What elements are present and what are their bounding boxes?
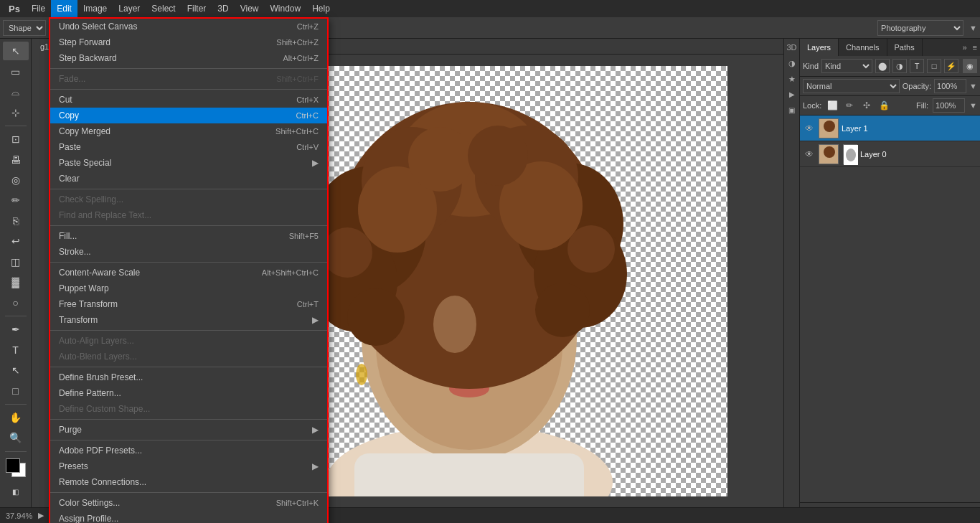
kind-label: Kind [803,62,819,70]
menu-image[interactable]: Image [77,0,113,17]
eyedropper-tool[interactable]: 🖶 [3,150,29,169]
filter-shape-btn[interactable]: □ [927,59,941,73]
menu-undo[interactable]: Undo Select Canvas Ctrl+Z [50,19,327,34]
filter-toggle-btn[interactable]: ◉ [963,59,977,73]
layers-panel: Layers Channels Paths » ≡ Kind Kind ⬤ ◑ … [799,39,980,523]
shape-select[interactable]: Shape [3,20,46,36]
workspace-menu-icon[interactable]: ▼ [969,24,977,32]
left-toolbar: ↖ ▭ ⌓ ⊹ ⊡ 🖶 ◎ ✏ ⎘ ↩ ◫ ▓ ○ ✒ T ↖ □ ✋ 🔍 ◧ … [0,39,32,523]
menu-sep-9 [50,440,327,440]
menu-remote-connections[interactable]: Remote Connections... [50,474,327,490]
tab-paths[interactable]: Paths [887,39,923,56]
filter-type-btn[interactable]: T [910,59,924,73]
menu-assign-profile[interactable]: Assign Profile... [50,511,327,523]
menu-step-forward[interactable]: Step Forward Shift+Ctrl+Z [50,34,327,50]
menu-stroke[interactable]: Stroke... [50,244,327,260]
lock-position-icon[interactable]: ✣ [860,99,873,112]
menu-file[interactable]: File [26,0,51,17]
menu-copy[interactable]: Copy Ctrl+C [50,108,327,123]
shape-tool[interactable]: □ [3,381,29,400]
opacity-input[interactable] [934,79,966,93]
actions-panel-icon[interactable]: ▣ [786,106,798,118]
lock-all-icon[interactable]: 🔒 [877,99,890,112]
3d-panel-icon[interactable]: 3D [786,43,798,55]
menu-window[interactable]: Window [265,0,307,17]
menu-layer[interactable]: Layer [113,0,146,17]
menu-copy-merged[interactable]: Copy Merged Shift+Ctrl+C [50,123,327,139]
layer-kind-select[interactable]: Kind [821,59,872,73]
menu-edit[interactable]: Edit [51,0,77,17]
menu-filter[interactable]: Filter [182,0,212,17]
path-select-tool[interactable]: ↖ [3,361,29,380]
menu-step-backward[interactable]: Step Backward Alt+Ctrl+Z [50,50,327,66]
filter-pixel-btn[interactable]: ⬤ [875,59,890,73]
magic-wand-tool[interactable]: ⊹ [3,103,29,121]
menu-fill[interactable]: Fill... Shift+F5 [50,228,327,244]
marquee-tool[interactable]: ▭ [3,62,29,80]
panel-collapse-icon[interactable]: » [959,43,969,52]
menu-transform[interactable]: Transform ▶ [50,312,327,328]
history-brush-tool[interactable]: ↩ [3,232,29,250]
type-tool[interactable]: T [3,340,29,359]
lock-row: Lock: ⬜ ✏ ✣ 🔒 Fill: ▼ [800,96,980,116]
layer-1-visibility-icon[interactable]: 👁 [803,122,816,135]
adjustments-panel-icon[interactable]: ◑ [786,59,798,70]
menu-clear[interactable]: Clear [50,171,327,187]
spot-heal-tool[interactable]: ◎ [3,171,29,189]
menu-free-transform[interactable]: Free Transform Ctrl+T [50,296,327,312]
menu-color-settings[interactable]: Color Settings... Shift+Ctrl+K [50,495,327,511]
blend-mode-select[interactable]: Normal [803,79,900,93]
dodge-tool[interactable]: ○ [3,293,29,312]
menu-purge[interactable]: Purge ▶ [50,422,327,438]
layer-item-0[interactable]: 👁 Layer 0 [800,141,980,167]
menu-puppet-warp[interactable]: Puppet Warp [50,281,327,296]
lasso-tool[interactable]: ⌓ [3,83,29,101]
panel-menu-icon[interactable]: ≡ [970,43,980,52]
svg-point-25 [433,296,476,353]
menu-adobe-pdf[interactable]: Adobe PDF Presets... [50,443,327,458]
lock-transparent-icon[interactable]: ⬜ [826,99,839,112]
opacity-arrow[interactable]: ▼ [969,82,977,90]
status-arrow[interactable]: ▶ [38,511,44,520]
eraser-tool[interactable]: ◫ [3,253,29,271]
tab-layers[interactable]: Layers [800,39,839,56]
pen-tool[interactable]: ✒ [3,320,29,339]
menu-auto-blend: Auto-Blend Layers... [50,349,327,364]
tab-channels[interactable]: Channels [839,39,887,56]
layer-0-visibility-icon[interactable]: 👁 [803,148,816,161]
menu-sep-6 [50,330,327,331]
color-swatch[interactable] [6,458,26,477]
filter-smart-btn[interactable]: ⚡ [944,59,958,73]
menu-paste[interactable]: Paste Ctrl+V [50,139,327,155]
lock-image-icon[interactable]: ✏ [843,99,856,112]
menu-define-pattern[interactable]: Define Pattern... [50,385,327,401]
menu-view[interactable]: View [235,0,265,17]
menu-help[interactable]: Help [306,0,336,17]
filter-adjustment-btn[interactable]: ◑ [892,59,907,73]
clone-stamp-tool[interactable]: ⎘ [3,212,29,230]
menu-define-brush[interactable]: Define Brush Preset... [50,369,327,385]
foreground-color-swatch[interactable] [6,458,20,473]
layer-item-1[interactable]: 👁 Layer 1 [800,116,980,141]
styles-panel-icon[interactable]: ★ [786,75,798,86]
brush-tool[interactable]: ✏ [3,191,29,209]
workspace-select[interactable]: Photography [877,20,963,36]
zoom-tool[interactable]: 🔍 [3,428,29,447]
move-tool[interactable]: ↖ [3,42,29,60]
menu-fade: Fade... Shift+Ctrl+F [50,71,327,87]
quick-mask-btn[interactable]: ◧ [3,481,29,501]
crop-tool[interactable]: ⊡ [3,130,29,149]
menu-content-aware-scale[interactable]: Content-Aware Scale Alt+Shift+Ctrl+C [50,265,327,281]
fill-input[interactable] [933,98,965,113]
app-logo: Ps [3,4,26,14]
hand-tool[interactable]: ✋ [3,408,29,427]
menu-sep-1 [50,68,327,69]
menu-presets[interactable]: Presets ▶ [50,458,327,474]
menu-paste-special[interactable]: Paste Special ▶ [50,155,327,171]
timeline-panel-icon[interactable]: ▶ [786,90,798,102]
menu-select[interactable]: Select [146,0,181,17]
gradient-tool[interactable]: ▓ [3,273,29,291]
menu-cut[interactable]: Cut Ctrl+X [50,92,327,108]
fill-arrow[interactable]: ▼ [969,101,977,110]
menu-3d[interactable]: 3D [212,0,234,17]
